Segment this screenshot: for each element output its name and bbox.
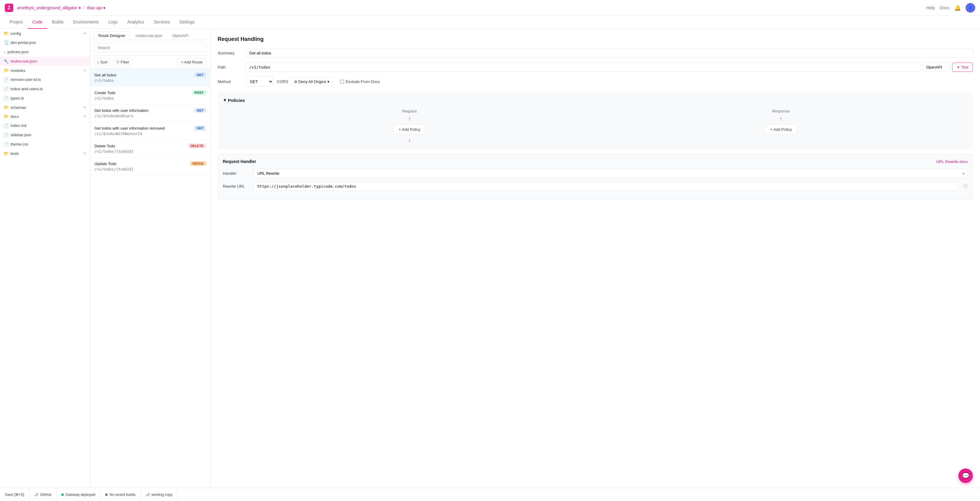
path-input[interactable] [245, 62, 921, 72]
help-link[interactable]: Help [926, 5, 935, 10]
policies-header[interactable]: ▾ Policies [224, 97, 967, 103]
add-request-policy-button[interactable]: + Add Policy [393, 124, 425, 134]
add-docs-button[interactable]: + [84, 114, 86, 119]
sidebar-item-dev-portal[interactable]: 🗒️ dev-portal.json ⋯ [0, 38, 90, 47]
github-status-item[interactable]: ⎇ GitHub [29, 488, 56, 501]
sidebar-item-docs[interactable]: 📁 docs + [0, 112, 90, 121]
sidebar-item-index[interactable]: 📄 index.md ⋯ [0, 121, 90, 130]
tab-openapi[interactable]: OpenAPI [168, 31, 193, 40]
tab-builds[interactable]: Builds [47, 16, 68, 29]
path-label: Path [218, 65, 242, 69]
route-item[interactable]: Create Todo POST /v1/todos [90, 86, 210, 104]
file-icon: 📄 [3, 142, 9, 147]
search-input[interactable] [94, 43, 207, 52]
test-button[interactable]: ✦ Test [952, 62, 973, 72]
tab-services[interactable]: Services [149, 16, 175, 29]
sidebar: 📁 config + 🗒️ dev-portal.json ⋯ ↕️ polic… [0, 29, 90, 488]
exclude-docs-checkbox[interactable] [340, 80, 344, 84]
handler-docs-link[interactable]: URL Rewrite docs [936, 160, 968, 164]
folder-icon: 📁 [3, 105, 9, 110]
cors-dropdown[interactable]: ⊘ Deny All Origins ▾ [291, 78, 333, 86]
tab-bar: Route Designer routes.oas.json OpenAPI [90, 29, 210, 40]
path-input-group: OpenAPI ✦ Test [245, 62, 973, 72]
sidebar-item-sidebar-json[interactable]: 📄 sidebar.json ⋯ [0, 130, 90, 140]
exclude-docs-check[interactable]: Exclude From Docs [340, 80, 380, 84]
tab-environments[interactable]: Environments [68, 16, 104, 29]
folder-icon: 📁 [3, 31, 9, 36]
request-handler-section: Request Handler URL Rewrite docs Handler… [218, 154, 973, 200]
chevron-down-icon: ▾ [224, 97, 226, 103]
sidebar-item-config[interactable]: 📁 config + [0, 29, 90, 38]
filter-button[interactable]: ▽ Filter [113, 58, 132, 66]
handler-header: Request Handler URL Rewrite docs [223, 159, 968, 164]
save-status-item[interactable]: Save [⌘+S] [0, 488, 29, 501]
rewrite-url-label: Rewrite URL [223, 184, 250, 188]
page-title: Request Handling [218, 36, 973, 42]
sort-button[interactable]: ↕ Sort [94, 58, 111, 66]
route-list: Get all todos GET /v1/todos Create Todo … [90, 69, 210, 488]
add-schemas-button[interactable]: + [84, 105, 86, 110]
route-item[interactable]: Get todos with user information GET /v1/… [90, 104, 210, 122]
method-row: Method GET POST DELETE PATCH PUT CORS ⊘ … [218, 77, 973, 86]
sidebar-item-types[interactable]: 📄 types.ts ⋯ [0, 94, 90, 103]
sidebar-item-remove-user[interactable]: 📄 remove-user-id.ts ⋯ [0, 75, 90, 84]
arrow-down-icon: ↓ [408, 137, 411, 143]
folder-icon: 📁 [3, 151, 9, 156]
route-item[interactable]: Delete Todo DELETE /v1/todos/{todoId} [90, 140, 210, 158]
cors-label: CORS [277, 80, 288, 84]
add-response-policy-button[interactable]: + Add Policy [765, 124, 797, 134]
project-link[interactable]: rbac-api ◆ [87, 5, 106, 10]
tab-code[interactable]: Code [28, 16, 47, 29]
file-icon: 📄 [3, 123, 9, 128]
rewrite-url-input[interactable] [253, 182, 958, 191]
request-policy-col: Request ↑ + Add Policy ↓ [393, 109, 425, 143]
gateway-status-item[interactable]: Gateway deployed [57, 488, 100, 501]
search-bar [90, 40, 210, 56]
sidebar-item-modules[interactable]: 📁 modules + [0, 66, 90, 75]
working-copy-status-item[interactable]: ⎇ working copy [141, 488, 178, 501]
route-item[interactable]: Get todos with user information removed … [90, 122, 210, 140]
main-layout: 📁 config + 🗒️ dev-portal.json ⋯ ↕️ polic… [0, 29, 980, 488]
add-modules-button[interactable]: + [84, 68, 86, 73]
org-diamond-icon: ◆ [78, 6, 81, 9]
method-badge: POST [192, 90, 206, 95]
sidebar-item-schemas[interactable]: 📁 schemas + [0, 103, 90, 112]
handler-select-wrapper: URL Rewrite [253, 169, 968, 178]
policies-section: ▾ Policies Request ↑ + Add Policy ↓ Resp… [218, 91, 973, 149]
tab-settings[interactable]: Settings [175, 16, 200, 29]
handler-row: Handler URL Rewrite [223, 169, 968, 178]
tab-logs[interactable]: Logs [104, 16, 123, 29]
avatar[interactable]: 👤 [966, 3, 975, 13]
sort-icon: ↕ [97, 60, 99, 64]
openapi-select[interactable]: OpenAPI [923, 62, 950, 72]
breadcrumb: amethyst_underground_alligator ◆ / rbac-… [17, 5, 105, 10]
nav-right: Help Docs 🔔 👤 [926, 3, 975, 13]
test-icon: ✦ [956, 65, 960, 69]
request-label: Request [402, 109, 417, 113]
builds-status-item[interactable]: No recent builds [100, 488, 141, 501]
tab-routes-json[interactable]: routes.oas.json [131, 31, 167, 40]
folder-icon: 📁 [3, 68, 9, 73]
method-select[interactable]: GET POST DELETE PATCH PUT [245, 77, 273, 86]
sidebar-item-routes[interactable]: 🔧 routes.oas.json ⋯ [0, 57, 90, 66]
tab-analytics[interactable]: Analytics [123, 16, 149, 29]
tab-route-designer[interactable]: Route Designer [94, 31, 130, 40]
add-config-button[interactable]: + [84, 31, 86, 36]
sidebar-item-tests[interactable]: 📁 tests + [0, 149, 90, 158]
notifications-icon[interactable]: 🔔 [954, 5, 961, 11]
handler-select[interactable]: URL Rewrite [253, 169, 968, 178]
summary-input[interactable] [245, 48, 973, 58]
chevron-down-icon: ▾ [328, 80, 329, 84]
sidebar-item-todos-users[interactable]: 📄 todos-and-users.ts ⋯ [0, 84, 90, 94]
add-tests-button[interactable]: + [84, 151, 86, 156]
chat-fab[interactable]: 💬 [958, 469, 973, 483]
org-link[interactable]: amethyst_underground_alligator ◆ [17, 5, 81, 10]
file-icon: 🗒️ [3, 40, 9, 45]
tab-project[interactable]: Project [5, 16, 28, 29]
add-route-button[interactable]: + Add Route [177, 58, 207, 66]
route-item[interactable]: Update Todo PATCH /v1/todos/{todoId} [90, 158, 210, 176]
docs-link[interactable]: Docs [940, 5, 949, 10]
route-item[interactable]: Get all todos GET /v1/todos [90, 69, 210, 86]
sidebar-item-policies[interactable]: ↕️ policies.json ⋯ [0, 47, 90, 57]
sidebar-item-theme[interactable]: 📄 theme.css ⋯ [0, 140, 90, 149]
